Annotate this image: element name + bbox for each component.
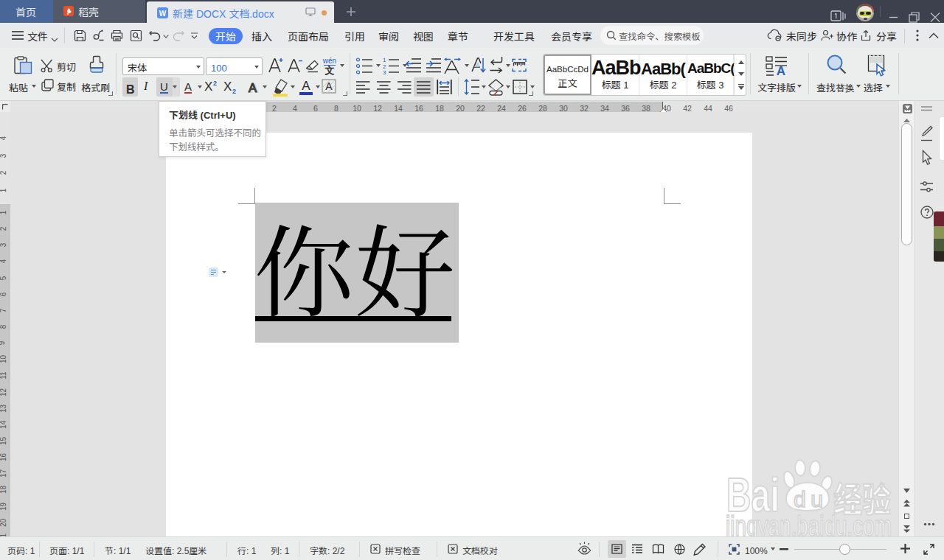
- svg-text:2: 2: [213, 80, 217, 87]
- svg-text:X: X: [223, 80, 232, 94]
- svg-text:A: A: [249, 81, 257, 94]
- svg-text:文: 文: [324, 63, 335, 75]
- svg-text:3: 3: [383, 69, 386, 74]
- svg-text:2: 2: [232, 88, 236, 94]
- svg-text:X: X: [204, 80, 212, 93]
- svg-text:A: A: [325, 80, 333, 92]
- svg-text:A: A: [302, 79, 310, 93]
